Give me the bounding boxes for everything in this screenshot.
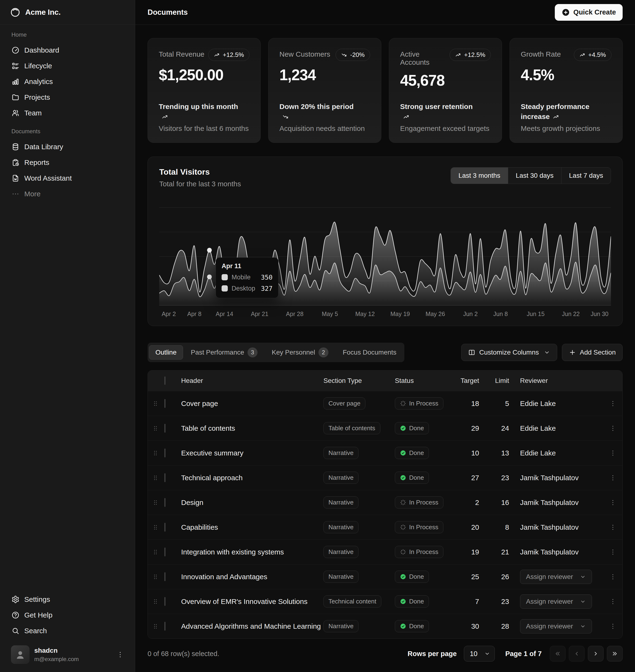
drag-handle[interactable]: [152, 573, 159, 580]
assign-reviewer-select[interactable]: Assign reviewer: [520, 595, 592, 609]
quick-create-button[interactable]: Quick Create: [555, 4, 622, 21]
row-limit[interactable]: 13: [490, 449, 520, 457]
row-checkbox[interactable]: [165, 498, 166, 507]
row-target[interactable]: 7: [460, 598, 490, 606]
row-actions-button[interactable]: [609, 400, 616, 407]
row-limit[interactable]: 5: [490, 400, 520, 408]
user-menu[interactable]: shadcn m@example.com: [7, 642, 128, 667]
drag-handle[interactable]: [152, 598, 159, 605]
org-switcher[interactable]: Acme Inc.: [0, 0, 135, 25]
stat-card-growth-rate: Growth Rate+4.5%4.5%Steady performance i…: [509, 38, 622, 143]
row-limit[interactable]: 16: [490, 498, 520, 507]
sidebar-item-data-library[interactable]: Data Library: [7, 139, 128, 155]
row-header[interactable]: Overview of EMR's Innovative Solutions: [181, 598, 324, 606]
visitors-chart[interactable]: Apr 2Apr 8Apr 14Apr 21Apr 28May 5May 12M…: [159, 196, 611, 319]
drag-handle[interactable]: [152, 474, 159, 481]
row-limit[interactable]: 21: [490, 548, 520, 556]
customize-columns-button[interactable]: Customize Columns: [461, 344, 557, 361]
row-target[interactable]: 19: [460, 548, 490, 556]
row-checkbox[interactable]: [165, 424, 166, 433]
add-section-button[interactable]: Add Section: [562, 344, 622, 361]
sidebar-item-lifecycle[interactable]: Lifecycle: [7, 58, 128, 74]
row-limit[interactable]: 24: [490, 424, 520, 432]
row-target[interactable]: 27: [460, 474, 490, 482]
row-actions-button[interactable]: [609, 449, 616, 457]
row-limit[interactable]: 23: [490, 474, 520, 482]
sidebar-item-analytics[interactable]: Analytics: [7, 74, 128, 89]
rows-per-page-select[interactable]: 10: [464, 646, 495, 662]
row-checkbox[interactable]: [165, 547, 166, 556]
row-target[interactable]: 10: [460, 449, 490, 457]
sidebar-item-word-assistant[interactable]: Word Assistant: [7, 171, 128, 186]
tab-focus-documents[interactable]: Focus Documents: [336, 345, 403, 360]
tab-past-performance[interactable]: Past Performance3: [184, 344, 264, 361]
row-actions-button[interactable]: [609, 598, 616, 605]
series-value: 350: [261, 274, 272, 281]
row-target[interactable]: 18: [460, 400, 490, 408]
row-checkbox[interactable]: [165, 473, 166, 482]
sidebar-item-get-help[interactable]: Get Help: [7, 607, 128, 623]
row-header[interactable]: Design: [181, 498, 324, 507]
sidebar-item-projects[interactable]: Projects: [7, 89, 128, 105]
range-option-last-30-days[interactable]: Last 30 days: [508, 167, 561, 184]
row-target[interactable]: 29: [460, 424, 490, 432]
row-checkbox[interactable]: [165, 523, 166, 532]
row-checkbox[interactable]: [165, 597, 166, 606]
row-header[interactable]: Integration with existing systems: [181, 548, 324, 556]
sidebar-item-team[interactable]: Team: [7, 105, 128, 121]
drag-handle[interactable]: [152, 524, 159, 531]
row-limit[interactable]: 8: [490, 523, 520, 531]
row-select-cell: [163, 400, 166, 408]
drag-handle[interactable]: [152, 400, 159, 407]
row-target[interactable]: 2: [460, 498, 490, 507]
sidebar-item-settings[interactable]: Settings: [7, 591, 128, 607]
sidebar-item-dashboard[interactable]: Dashboard: [7, 42, 128, 58]
drag-handle[interactable]: [152, 499, 159, 506]
sidebar-item-reports[interactable]: Reports: [7, 155, 128, 171]
sidebar-item-label: Analytics: [24, 77, 53, 86]
select-all-checkbox[interactable]: [165, 377, 166, 385]
row-actions-button[interactable]: [609, 548, 616, 556]
pagination-next[interactable]: [588, 646, 604, 662]
assign-reviewer-select[interactable]: Assign reviewer: [520, 619, 592, 633]
row-target[interactable]: 20: [460, 523, 490, 531]
row-actions-button[interactable]: [609, 425, 616, 432]
row-actions-button[interactable]: [609, 623, 616, 630]
row-reviewer: Jamik Tashpulatov: [520, 474, 603, 482]
assign-reviewer-select[interactable]: Assign reviewer: [520, 570, 592, 584]
row-actions-button[interactable]: [609, 474, 616, 481]
tab-key-personnel[interactable]: Key Personnel2: [265, 344, 335, 361]
row-header[interactable]: Executive summary: [181, 449, 324, 457]
row-checkbox[interactable]: [165, 622, 166, 631]
row-target[interactable]: 25: [460, 573, 490, 581]
row-header[interactable]: Technical approach: [181, 474, 324, 482]
row-actions-button[interactable]: [609, 573, 616, 580]
pagination-last[interactable]: [607, 646, 622, 662]
row-limit[interactable]: 23: [490, 598, 520, 606]
row-status: Done: [395, 620, 460, 632]
row-checkbox[interactable]: [165, 449, 166, 457]
row-header[interactable]: Capabilities: [181, 523, 324, 531]
sidebar-group-label: Documents: [7, 128, 128, 135]
drag-handle[interactable]: [152, 623, 159, 630]
tab-outline[interactable]: Outline: [149, 345, 183, 360]
row-target[interactable]: 30: [460, 622, 490, 630]
section-type-badge: Narrative: [324, 496, 358, 509]
row-limit[interactable]: 26: [490, 573, 520, 581]
row-checkbox[interactable]: [165, 399, 166, 408]
row-header[interactable]: Advanced Algorithms and Machine Learning: [181, 622, 324, 630]
row-checkbox[interactable]: [165, 572, 166, 581]
row-header[interactable]: Cover page: [181, 400, 324, 408]
drag-handle[interactable]: [152, 548, 159, 556]
drag-handle[interactable]: [152, 449, 159, 457]
range-option-last-7-days[interactable]: Last 7 days: [561, 167, 611, 184]
sidebar-item-more[interactable]: More: [7, 186, 128, 202]
row-actions-button[interactable]: [609, 524, 616, 531]
row-header[interactable]: Table of contents: [181, 424, 324, 432]
row-limit[interactable]: 28: [490, 622, 520, 630]
drag-handle[interactable]: [152, 425, 159, 432]
row-header[interactable]: Innovation and Advantages: [181, 573, 324, 581]
sidebar-item-search[interactable]: Search: [7, 623, 128, 639]
row-actions-button[interactable]: [609, 499, 616, 506]
range-option-last-3-months[interactable]: Last 3 months: [451, 167, 508, 184]
